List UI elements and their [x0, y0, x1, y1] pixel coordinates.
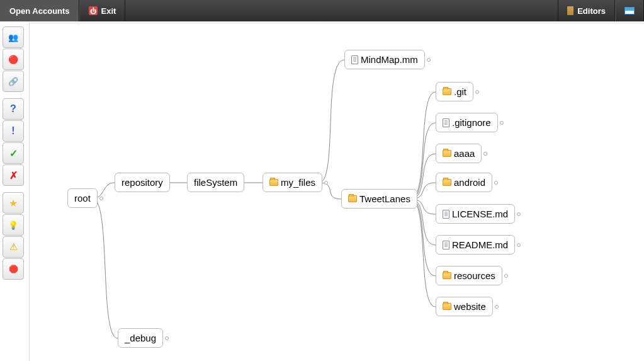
open-accounts-button[interactable]: Open Accounts — [0, 0, 79, 21]
x-icon: ✗ — [9, 169, 18, 181]
node-label: root — [74, 193, 91, 203]
node-label: LICENSE.md — [452, 209, 508, 219]
node-license[interactable]: LICENSE.md — [436, 204, 515, 224]
node-my-files[interactable]: my_files — [263, 173, 322, 192]
expand-handle[interactable] — [517, 212, 521, 216]
tool-button-1[interactable]: 👥 — [3, 26, 24, 48]
menu-button[interactable] — [615, 0, 644, 21]
folder-icon — [443, 179, 451, 186]
node-tweetlanes[interactable]: TweetLanes — [341, 189, 417, 209]
node-label: MindMap.mm — [361, 54, 418, 65]
info-button[interactable]: ! — [3, 120, 24, 142]
menu-icon — [624, 7, 635, 14]
book-icon — [567, 6, 573, 15]
open-accounts-label: Open Accounts — [9, 6, 70, 16]
node-label: .gitignore — [452, 117, 491, 128]
node-label: android — [454, 177, 485, 188]
bulb-icon: 💡 — [8, 221, 18, 230]
node-label: .git — [454, 86, 466, 97]
node-android[interactable]: android — [436, 173, 492, 192]
editors-button[interactable]: Editors — [558, 0, 615, 21]
record-icon: 🔴 — [8, 55, 18, 64]
node-filesystem[interactable]: fileSystem — [187, 173, 244, 192]
node-label: README.md — [452, 239, 508, 250]
node-aaaa[interactable]: aaaa — [436, 144, 482, 163]
file-icon — [443, 210, 449, 219]
folder-icon — [443, 88, 451, 95]
users-icon: 👥 — [8, 33, 18, 42]
idea-button[interactable]: 💡 — [3, 214, 24, 236]
star-icon: ★ — [9, 197, 18, 209]
warning-icon: ⚠ — [9, 241, 18, 253]
node-label: fileSystem — [194, 177, 237, 188]
question-icon: ? — [10, 103, 16, 115]
node-label: aaaa — [454, 148, 475, 159]
check-icon: ✓ — [9, 147, 18, 159]
warning-button[interactable]: ⚠ — [3, 236, 24, 258]
left-toolbar: 👥 🔴 🔗 ? ! ✓ ✗ ★ 💡 ⚠ 🛑 — [3, 26, 24, 280]
expand-handle[interactable] — [165, 336, 169, 340]
folder-icon — [348, 195, 357, 202]
exit-label: Exit — [101, 6, 116, 16]
node-gitignore[interactable]: .gitignore — [436, 113, 498, 132]
node-website[interactable]: website — [436, 297, 493, 316]
expand-handle[interactable] — [494, 181, 498, 185]
expand-handle[interactable] — [324, 181, 328, 185]
node-label: _debug — [125, 333, 156, 343]
node-repository[interactable]: repository — [115, 173, 170, 192]
exclaim-icon: ! — [11, 125, 14, 137]
node-git[interactable]: .git — [436, 82, 473, 101]
tool-button-2[interactable]: 🔴 — [3, 49, 24, 70]
file-icon — [443, 241, 449, 249]
star-button[interactable]: ★ — [3, 192, 24, 214]
edge-layer — [30, 23, 644, 361]
expand-handle[interactable] — [427, 58, 431, 62]
file-icon — [443, 118, 449, 127]
ok-button[interactable]: ✓ — [3, 142, 24, 164]
expand-handle[interactable] — [517, 243, 521, 247]
tool-button-3[interactable]: 🔗 — [3, 71, 24, 92]
expand-handle[interactable] — [500, 121, 504, 125]
mindmap-canvas[interactable]: root repository fileSystem my_files _deb… — [29, 23, 644, 361]
stop-icon: 🛑 — [9, 265, 18, 273]
node-label: repository — [121, 177, 163, 188]
folder-icon — [269, 179, 278, 186]
node-label: TweetLanes — [359, 193, 410, 204]
expand-handle[interactable] — [495, 305, 499, 309]
node-root[interactable]: root — [67, 188, 98, 208]
expand-handle[interactable] — [99, 197, 103, 200]
folder-icon — [443, 303, 451, 310]
node-label: website — [454, 301, 486, 312]
editors-label: Editors — [577, 6, 606, 16]
node-label: my_files — [281, 177, 315, 188]
node-debug[interactable]: _debug — [118, 328, 163, 348]
help-button[interactable]: ? — [3, 98, 24, 120]
top-toolbar: Open Accounts ⏻ Exit Editors — [0, 0, 644, 21]
folder-icon — [443, 272, 451, 279]
stop-button[interactable]: 🛑 — [3, 258, 24, 280]
expand-handle[interactable] — [504, 274, 508, 278]
node-label: resources — [454, 270, 495, 281]
file-icon — [351, 55, 358, 64]
node-resources[interactable]: resources — [436, 266, 502, 285]
expand-handle[interactable] — [483, 152, 487, 156]
cancel-button[interactable]: ✗ — [3, 164, 24, 186]
exit-button[interactable]: ⏻ Exit — [79, 0, 126, 21]
folder-icon — [443, 150, 451, 157]
node-readme[interactable]: README.md — [436, 235, 515, 255]
node-mindmap[interactable]: MindMap.mm — [344, 50, 425, 69]
power-icon: ⏻ — [89, 6, 98, 15]
expand-handle[interactable] — [475, 90, 479, 94]
link-icon: 🔗 — [8, 77, 18, 86]
